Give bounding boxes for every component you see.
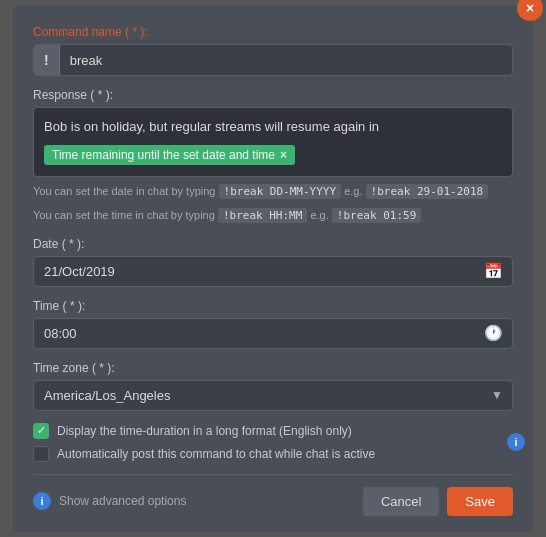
checkbox2[interactable] xyxy=(33,446,49,462)
response-section: Response ( * ): Bob is on holiday, but r… xyxy=(33,88,513,224)
modal-container: × Command name ( * ): ! Response ( * ): … xyxy=(13,5,533,531)
checkbox1-label: Display the time-duration in a long form… xyxy=(57,424,352,438)
checkbox2-row[interactable]: Automatically post this command to chat … xyxy=(33,446,513,462)
footer-buttons: Cancel Save xyxy=(363,487,513,516)
side-info-icon[interactable]: i xyxy=(507,433,525,451)
timezone-label: Time zone ( * ): xyxy=(33,361,513,375)
checkbox1-row[interactable]: Display the time-duration in a long form… xyxy=(33,423,513,439)
time-hint-code2: !break 01:59 xyxy=(332,208,421,223)
time-hint-code1: !break HH:MM xyxy=(218,208,307,223)
command-prefix-symbol: ! xyxy=(34,45,60,75)
date-input[interactable] xyxy=(33,256,513,287)
date-hint-code2: !break 29-01-2018 xyxy=(366,184,489,199)
checkbox2-label: Automatically post this command to chat … xyxy=(57,447,375,461)
response-box[interactable]: Bob is on holiday, but regular streams w… xyxy=(33,107,513,177)
response-label: Response ( * ): xyxy=(33,88,513,102)
date-input-wrapper: 📅 xyxy=(33,256,513,287)
date-section: Date ( * ): 📅 xyxy=(33,237,513,287)
cancel-button[interactable]: Cancel xyxy=(363,487,439,516)
command-name-wrapper: ! xyxy=(33,44,513,76)
date-hint: You can set the date in chat by typing !… xyxy=(33,183,513,201)
time-hint: You can set the time in chat by typing !… xyxy=(33,207,513,225)
footer-left: i Show advanced options xyxy=(33,492,186,510)
command-name-label: Command name ( * ): xyxy=(33,25,513,39)
show-advanced-label[interactable]: Show advanced options xyxy=(59,494,186,508)
time-input-wrapper: 🕐 xyxy=(33,318,513,349)
time-label: Time ( * ): xyxy=(33,299,513,313)
timezone-select-wrapper: America/Los_Angeles ▼ xyxy=(33,380,513,411)
timezone-section: Time zone ( * ): America/Los_Angeles ▼ xyxy=(33,361,513,411)
close-button[interactable]: × xyxy=(517,0,543,21)
checkboxes-section: Display the time-duration in a long form… xyxy=(33,423,513,462)
command-name-section: Command name ( * ): ! xyxy=(33,25,513,76)
time-section: Time ( * ): 🕐 xyxy=(33,299,513,349)
time-remaining-tag[interactable]: Time remaining until the set date and ti… xyxy=(44,145,295,165)
response-text: Bob is on holiday, but regular streams w… xyxy=(44,118,502,136)
time-input[interactable] xyxy=(33,318,513,349)
save-button[interactable]: Save xyxy=(447,487,513,516)
date-label: Date ( * ): xyxy=(33,237,513,251)
tag-close-icon[interactable]: × xyxy=(280,148,287,162)
modal-footer: i Show advanced options Cancel Save xyxy=(33,474,513,516)
checkbox1[interactable] xyxy=(33,423,49,439)
timezone-select[interactable]: America/Los_Angeles xyxy=(33,380,513,411)
tag-label: Time remaining until the set date and ti… xyxy=(52,148,275,162)
date-hint-code1: !break DD-MM-YYYY xyxy=(219,184,342,199)
info-icon[interactable]: i xyxy=(33,492,51,510)
command-name-input[interactable] xyxy=(60,46,512,75)
